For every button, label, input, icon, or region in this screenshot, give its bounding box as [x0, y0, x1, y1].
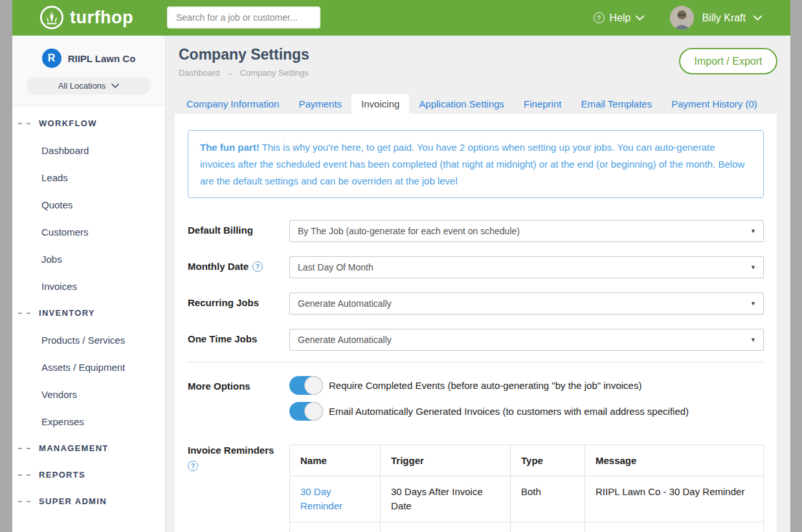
sidebar-item-quotes[interactable]: Quotes	[12, 191, 165, 218]
field-label: Recurring Jobs	[188, 293, 289, 315]
invoicing-panel: The fun part! This is why you're here, t…	[175, 114, 777, 532]
sidebar-item-vendors[interactable]: Vendors	[12, 381, 165, 408]
field-recurring-jobs: Recurring Jobs Generate Automatically ▼	[188, 293, 764, 315]
search-input[interactable]	[167, 6, 320, 28]
info-lead: The fun part!	[200, 142, 260, 153]
sidebar-item-products-services[interactable]: Products / Services	[12, 326, 165, 353]
dashes-icon	[18, 123, 30, 124]
sidebar-item-jobs[interactable]: Jobs	[12, 245, 165, 272]
chevron-down-icon	[111, 83, 119, 88]
import-export-button[interactable]: Import / Export	[679, 48, 777, 74]
tab-company-information[interactable]: Company Information	[177, 94, 289, 114]
breadcrumb-arrow-icon: →	[226, 68, 234, 78]
reminder-link-30-day[interactable]: 30 Day Reminder	[290, 476, 381, 522]
col-trigger: Trigger	[381, 445, 511, 476]
page-title: Company Settings	[179, 46, 309, 63]
tab-bar: Company Information Payments Invoicing A…	[177, 94, 767, 114]
brand-name: turfhop	[70, 8, 133, 28]
toggle-knob	[304, 402, 323, 421]
toggle-label: Email Automatically Generated Invoices (…	[329, 406, 689, 417]
company-name: RIIPL Lawn Co	[68, 53, 136, 64]
col-message: Message	[585, 445, 764, 476]
section-label: SUPER ADMIN	[39, 496, 107, 506]
user-chevron-down-icon[interactable]	[753, 16, 762, 21]
dashes-icon	[18, 313, 30, 314]
more-options-row: More Options Require Completed Events (b…	[188, 376, 764, 428]
tab-payments[interactable]: Payments	[289, 94, 351, 114]
sidebar-item-dashboard[interactable]: Dashboard	[12, 137, 165, 164]
brand-logo[interactable]: turfhop	[39, 5, 133, 30]
sidebar-section-reports[interactable]: REPORTS	[12, 461, 165, 488]
selected-value: Generate Automatically	[298, 298, 392, 309]
select-caret-icon: ▼	[750, 264, 756, 271]
sidebar-item-invoices[interactable]: Invoices	[12, 272, 165, 300]
breadcrumb-dashboard[interactable]: Dashboard	[179, 68, 220, 78]
field-default-billing: Default Billing By The Job (auto-generat…	[188, 220, 764, 242]
reminder-type: Both	[511, 476, 585, 522]
selected-value: Last Day Of Month	[298, 262, 373, 272]
breadcrumb: Dashboard → Company Settings	[179, 68, 309, 78]
sidebar-section-super-admin[interactable]: SUPER ADMIN	[12, 488, 165, 515]
locations-dropdown[interactable]: All Locations	[27, 77, 151, 94]
locations-label: All Locations	[58, 81, 106, 91]
section-label: MANAGEMENT	[39, 443, 109, 453]
sidebar-section-inventory[interactable]: INVENTORY	[12, 300, 165, 326]
selected-value: Generate Automatically	[298, 335, 392, 345]
question-circle-icon[interactable]: ?	[188, 461, 198, 471]
question-circle-icon[interactable]: ?	[252, 261, 263, 272]
sidebar-item-expenses[interactable]: Expenses	[12, 408, 165, 435]
reminder-link-60-day[interactable]: 60 Day Reminder	[290, 522, 381, 532]
table-row: 30 Day Reminder 30 Days After Invoice Da…	[290, 476, 764, 522]
selected-value: By The Job (auto-generate for each event…	[298, 226, 520, 236]
invoicing-form: Default Billing By The Job (auto-generat…	[188, 220, 764, 351]
section-label: REPORTS	[39, 470, 85, 480]
right-scrollbar[interactable]	[790, 0, 802, 532]
tab-payment-history[interactable]: Payment History (0)	[662, 94, 767, 114]
reminder-type: Email	[511, 522, 585, 532]
more-options-label: More Options	[188, 376, 289, 428]
invoice-reminders-label: Invoice Reminders ?	[188, 445, 289, 532]
tab-fineprint[interactable]: Fineprint	[514, 94, 571, 114]
tab-application-settings[interactable]: Application Settings	[409, 94, 514, 114]
select-caret-icon: ▼	[750, 337, 756, 343]
chevron-down-icon	[636, 16, 644, 21]
field-one-time-jobs: One Time Jobs Generate Automatically ▼	[188, 329, 764, 351]
section-label: WORKFLOW	[39, 118, 97, 128]
sidebar-item-leads[interactable]: Leads	[12, 164, 165, 191]
sidebar-menu: WORKFLOW Dashboard Leads Quotes Customer…	[12, 106, 165, 515]
col-type: Type	[511, 445, 585, 476]
sidebar-item-customers[interactable]: Customers	[12, 218, 165, 245]
app-header: turfhop ? Help Billy Kraft	[12, 0, 790, 36]
dashes-icon	[18, 474, 30, 476]
col-name: Name	[290, 445, 381, 476]
recurring-jobs-select[interactable]: Generate Automatically ▼	[289, 293, 764, 315]
invoice-reminders-row: Invoice Reminders ? Name Trigger Type Me…	[188, 445, 764, 532]
toggle-switch-on[interactable]	[289, 402, 323, 421]
dashes-icon	[18, 448, 30, 449]
tab-email-templates[interactable]: Email Templates	[571, 94, 662, 114]
tab-invoicing[interactable]: Invoicing	[351, 94, 409, 114]
sidebar-item-assets-equipment[interactable]: Assets / Equipment	[12, 353, 165, 381]
field-label: Default Billing	[188, 220, 289, 242]
dashes-icon	[18, 501, 30, 502]
default-billing-select[interactable]: By The Job (auto-generate for each event…	[289, 220, 764, 242]
monthly-date-select[interactable]: Last Day Of Month ▼	[289, 256, 764, 278]
company-logo-badge: R	[42, 49, 61, 68]
user-name[interactable]: Billy Kraft	[702, 12, 746, 24]
avatar[interactable]	[670, 6, 694, 30]
info-callout: The fun part! This is why you're here, t…	[188, 130, 764, 198]
select-caret-icon: ▼	[750, 300, 756, 307]
one-time-jobs-select[interactable]: Generate Automatically ▼	[289, 329, 764, 351]
sidebar-section-management[interactable]: MANAGEMENT	[12, 435, 165, 461]
company-row[interactable]: R RIIPL Lawn Co	[12, 49, 165, 68]
sidebar-section-workflow[interactable]: WORKFLOW	[12, 110, 165, 137]
info-text: This is why you're here, to get paid. Yo…	[200, 142, 744, 186]
select-caret-icon: ▼	[750, 228, 756, 234]
help-menu[interactable]: ? Help	[594, 12, 645, 24]
toggle-switch-on[interactable]	[289, 376, 323, 395]
reminder-message: RIIPL Lawn Co - 30 Day Reminder	[585, 476, 764, 522]
field-monthly-date: Monthly Date ? Last Day Of Month ▼	[188, 256, 764, 278]
table-header-row: Name Trigger Type Message	[290, 445, 764, 476]
field-label: One Time Jobs	[188, 329, 289, 351]
section-divider	[188, 362, 764, 362]
